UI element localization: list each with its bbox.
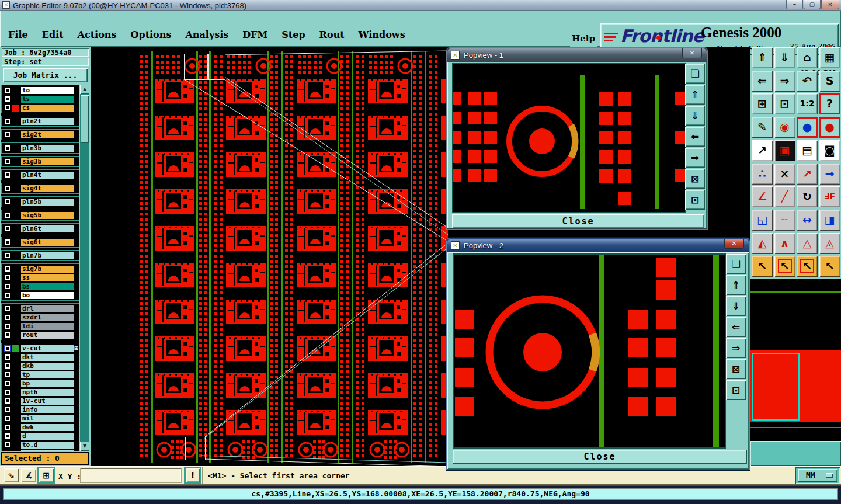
layer-checkbox-dkb[interactable] — [5, 363, 10, 369]
width-measure-button[interactable]: ↔ — [797, 210, 818, 231]
layer-swatch-to.d[interactable] — [12, 442, 19, 449]
layer-swatch-pln6t[interactable] — [12, 225, 19, 232]
help-select-button[interactable]: ? — [819, 93, 840, 114]
layer-label-d[interactable]: d — [20, 432, 74, 440]
probe-button[interactable]: ◉ — [774, 117, 795, 138]
popview-2-titlebar[interactable]: ✕ Popview - 2 ✕ — [447, 239, 749, 252]
layer-label-dkt[interactable]: dkt — [20, 353, 74, 362]
layer-checkbox-pln4t[interactable] — [5, 172, 10, 178]
layer-checkbox-to[interactable] — [5, 88, 10, 93]
layer-label-pln6t[interactable]: pln6t — [20, 225, 74, 233]
minimize-button[interactable]: – — [786, 0, 803, 9]
layer-checkbox-sig2t[interactable] — [5, 132, 10, 137]
layer-swatch-pln5b[interactable] — [12, 199, 19, 206]
layer-swatch-sig2t[interactable] — [12, 131, 19, 138]
menu-item-analysis[interactable]: Analysis — [185, 29, 228, 40]
layer-checkbox-v-cut[interactable] — [5, 346, 10, 351]
layer-checkbox-sig3b[interactable] — [5, 159, 10, 164]
menu-item-actions[interactable]: Actions — [78, 29, 117, 40]
layer-label-ts[interactable]: ts — [20, 95, 74, 103]
layer-swatch-ldi[interactable] — [12, 323, 19, 330]
layer-label-cs[interactable]: cs — [20, 104, 74, 112]
maximize-button[interactable]: ▢ — [804, 0, 821, 9]
layer-swatch-ss[interactable] — [12, 274, 19, 281]
layer-checkbox-tp[interactable] — [5, 372, 10, 377]
ruler-button[interactable]: ▤ — [797, 140, 818, 161]
layer-label-bo[interactable]: bo — [20, 291, 74, 300]
menu-item-dfm[interactable]: DFM — [242, 29, 267, 40]
scroll-up-button[interactable]: ▲ — [80, 85, 89, 94]
net-compare-1-button[interactable]: ● — [797, 117, 818, 138]
layer-swatch-drl[interactable] — [12, 305, 19, 312]
move-copy-button[interactable]: ↗ — [752, 140, 773, 161]
popview-2-canvas[interactable] — [453, 253, 726, 449]
s-scan-button[interactable]: S — [819, 71, 840, 92]
pan-left-button[interactable]: ⇐ — [752, 71, 773, 92]
fit-window-button[interactable]: ⊞ — [752, 93, 773, 114]
layer-swatch-sig3b[interactable] — [12, 158, 19, 165]
popview-export-button[interactable]: ❏ — [726, 254, 746, 274]
popview-zoom-in-button[interactable]: ⇑ — [726, 275, 746, 295]
layer-label-to[interactable]: to — [20, 86, 74, 95]
select-net-button[interactable]: ↖ — [819, 256, 840, 277]
delete-button[interactable]: × — [774, 164, 795, 185]
popview-1-close-icon[interactable]: ✕ — [682, 48, 702, 58]
layer-swatch-sig5b[interactable] — [12, 212, 19, 219]
popview-1-close-button[interactable]: Close — [452, 214, 704, 228]
menu-item-step[interactable]: Step — [282, 29, 305, 40]
swap-symbol-2-button[interactable]: → — [819, 164, 840, 185]
layer-checkbox-dkt[interactable] — [5, 354, 10, 360]
layer-label-sig5b[interactable]: sig5b — [20, 211, 74, 220]
arrowhead-2-button[interactable]: ∧ — [774, 233, 795, 254]
layer-swatch-dwk[interactable] — [12, 424, 19, 431]
surface-edit-button[interactable]: ◨ — [819, 210, 840, 231]
layer-checkbox-pln3b[interactable] — [5, 145, 10, 151]
layer-checkbox-szdrl[interactable] — [5, 315, 10, 320]
menu-item-file[interactable]: File — [8, 29, 28, 40]
popview-zoom-out-button[interactable]: ⇓ — [685, 106, 705, 126]
layer-swatch-sig4t[interactable] — [12, 185, 19, 192]
layer-checkbox-pln7b[interactable] — [5, 253, 10, 258]
net-compare-2-button[interactable]: ● — [819, 117, 840, 138]
layer-checkbox-sig7b[interactable] — [5, 266, 10, 272]
layer-swatch-pln2t[interactable] — [12, 118, 19, 125]
rotate-button[interactable]: ↻ — [797, 186, 818, 207]
layer-checkbox-bs[interactable] — [5, 284, 10, 289]
layer-scrollbar[interactable]: ▲ ▼ — [80, 85, 89, 451]
previous-view-button[interactable]: ↶ — [797, 71, 818, 92]
popview-pan-right-button[interactable]: ⇒ — [685, 148, 705, 168]
layer-label-szdrl[interactable]: szdrl — [20, 314, 74, 322]
grid-toggle-button[interactable]: ⊞ — [39, 468, 54, 482]
layer-label-npth[interactable]: npth — [20, 388, 74, 397]
layer-swatch-mil[interactable] — [12, 415, 19, 422]
layer-swatch-pln7b[interactable] — [12, 252, 19, 259]
arrowhead-1-button[interactable]: ◭ — [752, 233, 773, 254]
layer-label-pln7b[interactable]: pln7b — [20, 252, 74, 260]
job-matrix-button[interactable]: Job Matrix ... — [3, 68, 88, 82]
layer-label-sig6t[interactable]: sig6t — [20, 238, 74, 246]
layer-label-drl[interactable]: drl — [20, 305, 74, 313]
layer-label-ts.d[interactable]: ts.d — [20, 450, 74, 451]
popview-center-button[interactable]: ⊡ — [726, 380, 746, 400]
popview-pan-left-button[interactable]: ⇐ — [685, 127, 705, 147]
layer-swatch-to[interactable] — [12, 87, 19, 94]
layer-checkbox-ts[interactable] — [5, 96, 10, 102]
layer-label-pln5b[interactable]: pln5b — [20, 198, 74, 206]
layer-swatch-ts[interactable] — [12, 96, 19, 103]
layer-checkbox-1v-cut[interactable] — [5, 398, 10, 404]
layer-label-bs[interactable]: bs — [20, 283, 74, 291]
copy-pad-button[interactable]: ◱ — [752, 210, 773, 231]
layer-swatch-dkt[interactable] — [12, 354, 19, 361]
layer-label-ss[interactable]: ss — [20, 274, 74, 282]
layer-checkbox-npth[interactable] — [5, 390, 10, 395]
layer-checkbox-cs[interactable] — [5, 105, 10, 110]
layer-swatch-dkb[interactable] — [12, 363, 19, 370]
popview-export-button[interactable]: ❏ — [685, 64, 705, 84]
angle-snap-button[interactable]: ∡ — [21, 468, 36, 482]
zoom-out-button[interactable]: ⇓ — [774, 47, 795, 68]
center-view-button[interactable]: ⊡ — [774, 93, 795, 114]
line-slope-button[interactable]: ╱ — [774, 186, 795, 207]
popview-pan-left-button[interactable]: ⇐ — [726, 317, 746, 337]
popview-center-button[interactable]: ⊡ — [685, 190, 705, 210]
popview-2-close-button[interactable]: Close — [453, 450, 747, 464]
